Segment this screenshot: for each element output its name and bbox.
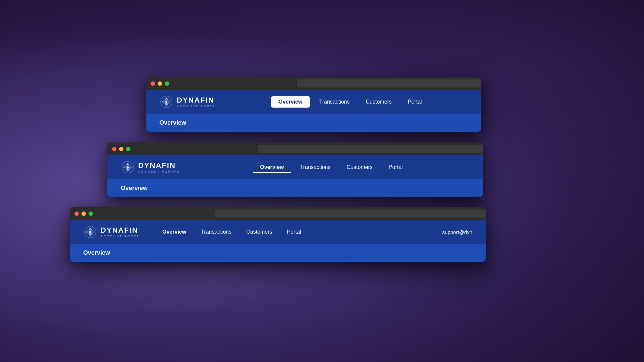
logo-icon-1 (159, 95, 173, 109)
logo-icon-3 (83, 225, 97, 239)
page-content-3: Overview (70, 244, 486, 262)
titlebar-1 (146, 77, 481, 90)
logo-area-3: DYNAFIN ACCOUNT PORTAL (83, 225, 142, 239)
maximize-button-2[interactable] (126, 147, 130, 151)
nav-links-2: Overview Transactions Customers Portal (193, 162, 470, 173)
titlebar-search-3 (215, 209, 486, 218)
navbar-1: DYNAFIN ACCOUNT PORTAL Overview Transact… (146, 90, 481, 114)
page-title-2: Overview (121, 185, 148, 191)
window-2: DYNAFIN ACCOUNT PORTAL Overview Transact… (107, 142, 483, 197)
navbar-3: DYNAFIN ACCOUNT PORTAL Overview Transact… (70, 220, 486, 244)
close-button-2[interactable] (112, 147, 116, 151)
nav-links-3: Overview Transactions Customers Portal (156, 226, 442, 238)
close-button-1[interactable] (151, 81, 155, 86)
titlebar-3 (70, 207, 486, 220)
logo-text-2: DYNAFIN ACCOUNT PORTAL (138, 161, 180, 173)
window-1: DYNAFIN ACCOUNT PORTAL Overview Transact… (146, 77, 481, 132)
logo-main-1: DYNAFIN (177, 96, 218, 105)
navbar-2: DYNAFIN ACCOUNT PORTAL Overview Transact… (107, 155, 483, 179)
nav-transactions-2[interactable]: Transactions (293, 162, 337, 173)
nav-transactions-1[interactable]: Transactions (313, 96, 357, 108)
logo-area-2: DYNAFIN ACCOUNT PORTAL (121, 160, 180, 174)
nav-links-1: Overview Transactions Customers Portal (232, 96, 468, 108)
logo-sub-2: ACCOUNT PORTAL (138, 170, 180, 173)
logo-main-3: DYNAFIN (101, 226, 142, 235)
nav-portal-1[interactable]: Portal (401, 96, 429, 108)
logo-main-2: DYNAFIN (138, 161, 180, 170)
nav-email: support@dyn (442, 229, 472, 235)
page-title-3: Overview (83, 249, 110, 256)
logo-text-1: DYNAFIN ACCOUNT PORTAL (177, 96, 218, 108)
logo-text-3: DYNAFIN ACCOUNT PORTAL (101, 226, 142, 238)
nav-customers-1[interactable]: Customers (359, 96, 398, 108)
maximize-button-3[interactable] (89, 212, 93, 216)
minimize-button-1[interactable] (158, 81, 162, 86)
logo-area-1: DYNAFIN ACCOUNT PORTAL (159, 95, 218, 109)
maximize-button-1[interactable] (165, 81, 169, 86)
nav-overview-3[interactable]: Overview (156, 226, 193, 238)
titlebar-search-2 (258, 145, 483, 153)
nav-overview-2[interactable]: Overview (253, 162, 290, 173)
window-3: DYNAFIN ACCOUNT PORTAL Overview Transact… (70, 207, 486, 262)
logo-sub-3: ACCOUNT PORTAL (101, 235, 142, 238)
nav-customers-3[interactable]: Customers (239, 226, 279, 238)
titlebar-2 (107, 142, 483, 155)
minimize-button-3[interactable] (82, 212, 86, 216)
nav-portal-3[interactable]: Portal (280, 226, 308, 238)
nav-transactions-3[interactable]: Transactions (194, 226, 238, 238)
logo-sub-1: ACCOUNT PORTAL (177, 105, 218, 108)
logo-icon-2 (121, 160, 135, 174)
page-title-1: Overview (159, 119, 186, 126)
nav-overview-1[interactable]: Overview (271, 96, 310, 108)
nav-customers-2[interactable]: Customers (340, 162, 379, 173)
titlebar-search-1 (297, 79, 481, 87)
page-content-2: Overview (107, 179, 483, 197)
page-content-1: Overview (146, 114, 481, 132)
nav-portal-2[interactable]: Portal (382, 162, 410, 173)
minimize-button-2[interactable] (119, 147, 123, 151)
close-button-3[interactable] (74, 212, 79, 216)
